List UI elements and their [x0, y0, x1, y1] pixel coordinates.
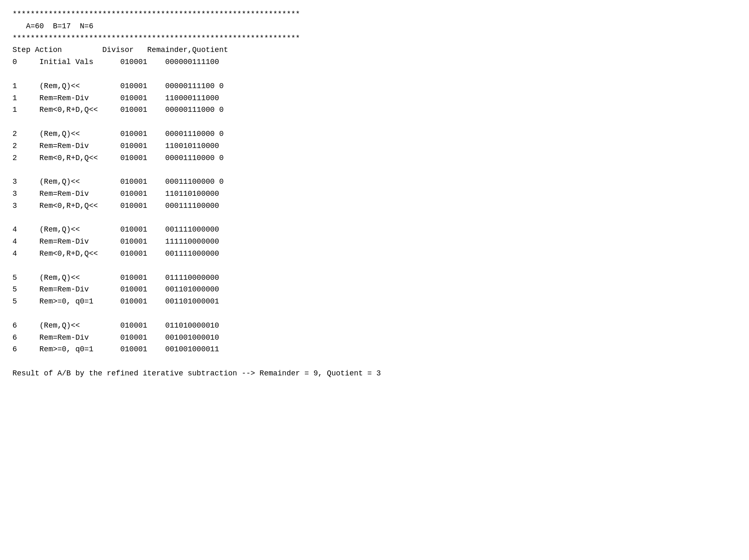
main-content: ****************************************…: [12, 8, 737, 380]
output-display: ****************************************…: [12, 8, 737, 380]
